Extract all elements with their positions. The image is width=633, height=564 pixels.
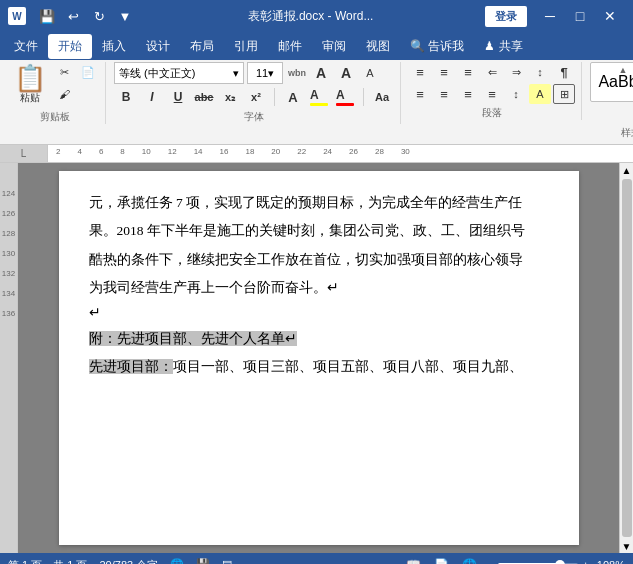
font-size-down-button[interactable]: A <box>359 62 381 84</box>
ribbon-group-font: 等线 (中文正文) ▾ 11 ▾ wbn A A A B I <box>108 62 401 124</box>
pin-button[interactable]: ▼ <box>114 5 136 27</box>
ruler-num-132: 132 <box>0 263 17 283</box>
ruler-corner: L <box>0 145 48 162</box>
menu-item-search[interactable]: 🔍 告诉我 <box>400 34 474 59</box>
title-bar-left: W 💾 ↩ ↻ ▼ <box>8 5 136 27</box>
superscript-button[interactable]: x² <box>244 86 268 108</box>
zoom-in-button[interactable]: + <box>582 559 588 564</box>
doc-line-2: 果。2018 年下半年是施工的关键时刻，集团公司党、政、工、团组织号 <box>89 219 549 243</box>
underline-button[interactable]: U <box>166 86 190 108</box>
ruler-num-128: 128 <box>0 223 17 243</box>
minimize-button[interactable]: ─ <box>535 0 565 32</box>
align-center-button[interactable]: ≡ <box>433 84 455 104</box>
paragraph-label: 段落 <box>482 106 502 120</box>
document-container: 124 126 128 130 132 134 136 元，承揽任务 7 项，实… <box>0 163 633 553</box>
bold-button[interactable]: B <box>114 86 138 108</box>
document-area[interactable]: 元，承揽任务 7 项，实现了既定的预期目标，为完成全年的经营生产任 果。2018… <box>18 163 619 553</box>
vertical-scrollbar[interactable]: ▲ ▼ <box>619 163 633 553</box>
shading-button[interactable]: A <box>529 84 551 104</box>
copy-button[interactable]: 📄 <box>77 62 99 82</box>
font-label: 字体 <box>244 110 264 124</box>
ruler-num-130: 130 <box>0 243 17 263</box>
ruler-num-136: 136 <box>0 303 17 323</box>
menu-item-share[interactable]: ♟ 共享 <box>474 34 532 59</box>
paste-icon: 📋 <box>14 65 46 91</box>
font-name-text: 等线 (中文正文) <box>119 66 195 81</box>
clipboard-label: 剪贴板 <box>40 110 70 124</box>
word-count: 20/783 个字 <box>99 558 158 565</box>
line-spacing-button[interactable]: ↕ <box>505 84 527 104</box>
doc-line-blank: ↵ <box>89 304 549 323</box>
paste-label: 粘贴 <box>20 91 40 105</box>
ruler-num-134: 134 <box>0 283 17 303</box>
cut-button[interactable]: ✂ <box>53 62 75 82</box>
menu-item-view[interactable]: 视图 <box>356 34 400 59</box>
track-changes-icon: ▤ <box>222 558 232 565</box>
font-size-wbn-icon: wbn <box>286 62 308 84</box>
status-bar: 第 1 页，共 1 页 20/783 个字 🌐 💾 ▤ 📖 📄 🌐 − + 10… <box>0 553 633 564</box>
vertical-ruler: 124 126 128 130 132 134 136 <box>0 163 18 553</box>
menu-item-references[interactable]: 引用 <box>224 34 268 59</box>
increase-indent-button[interactable]: ⇒ <box>505 62 527 82</box>
save-status-icon: 💾 <box>196 558 210 565</box>
bullets-button[interactable]: ≡ <box>409 62 431 82</box>
clear-format-button[interactable]: A <box>281 86 305 108</box>
strikethrough-button[interactable]: abc <box>192 86 216 108</box>
read-view-button[interactable]: 📖 <box>404 556 424 564</box>
font-color-button[interactable]: A <box>333 86 357 108</box>
print-view-button[interactable]: 📄 <box>432 556 452 564</box>
menu-item-layout[interactable]: 布局 <box>180 34 224 59</box>
format-painter-button[interactable]: 🖌 <box>53 84 75 104</box>
zoom-out-button[interactable]: − <box>488 559 494 564</box>
border-button[interactable]: ⊞ <box>553 84 575 104</box>
horizontal-ruler: 2 4 6 8 10 12 14 16 18 20 22 24 26 28 30 <box>48 145 633 162</box>
menu-bar: 文件 开始 插入 设计 布局 引用 邮件 审阅 视图 🔍 告诉我 ♟ 共享 <box>0 32 633 60</box>
case-button[interactable]: Aa <box>370 86 394 108</box>
italic-button[interactable]: I <box>140 86 164 108</box>
web-view-button[interactable]: 🌐 <box>460 556 480 564</box>
ribbon-expand-button[interactable]: ▲ <box>615 62 631 78</box>
scroll-thumb[interactable] <box>622 179 632 537</box>
save-button[interactable]: 💾 <box>36 5 58 27</box>
zoom-slider-thumb <box>555 560 565 564</box>
ribbon-group-paragraph: ≡ ≡ ≡ ⇐ ⇒ ↕ ¶ ≡ ≡ ≡ ≡ ↕ A ⊞ 段落 <box>403 62 582 120</box>
redo-button[interactable]: ↻ <box>88 5 110 27</box>
multilevel-button[interactable]: ≡ <box>457 62 479 82</box>
menu-item-design[interactable]: 设计 <box>136 34 180 59</box>
numbering-button[interactable]: ≡ <box>433 62 455 82</box>
justify-button[interactable]: ≡ <box>481 84 503 104</box>
doc-line-1: 元，承揽任务 7 项，实现了既定的预期目标，为完成全年的经营生产任 <box>89 191 549 215</box>
show-marks-button[interactable]: ¶ <box>553 62 575 82</box>
font-size-text: 11 <box>256 67 268 79</box>
align-right-button[interactable]: ≡ <box>457 84 479 104</box>
font-size-up-button[interactable]: A <box>335 62 357 84</box>
quick-access-toolbar: 💾 ↩ ↻ ▼ <box>36 5 136 27</box>
login-button[interactable]: 登录 <box>485 6 527 27</box>
undo-button[interactable]: ↩ <box>62 5 84 27</box>
font-name-dropdown[interactable]: 等线 (中文正文) ▾ <box>114 62 244 84</box>
scroll-down-button[interactable]: ▼ <box>621 539 633 553</box>
menu-item-file[interactable]: 文件 <box>4 34 48 59</box>
font-size-chevron: ▾ <box>268 67 274 80</box>
menu-item-insert[interactable]: 插入 <box>92 34 136 59</box>
font-size-dropdown[interactable]: 11 ▾ <box>247 62 283 84</box>
menu-item-review[interactable]: 审阅 <box>312 34 356 59</box>
status-left: 第 1 页，共 1 页 20/783 个字 🌐 💾 ▤ <box>8 558 404 565</box>
maximize-button[interactable]: □ <box>565 0 595 32</box>
menu-item-mailing[interactable]: 邮件 <box>268 34 312 59</box>
scroll-up-button[interactable]: ▲ <box>621 163 633 177</box>
ruler-area: L 2 4 6 8 10 12 14 16 18 20 22 24 26 <box>0 145 633 163</box>
ruler-num-124: 124 <box>0 183 17 203</box>
zoom-control[interactable]: − + <box>488 559 589 564</box>
paste-button[interactable]: 📋 粘贴 <box>10 62 50 108</box>
menu-item-home[interactable]: 开始 <box>48 34 92 59</box>
sort-button[interactable]: ↕ <box>529 62 551 82</box>
close-button[interactable]: ✕ <box>595 0 625 32</box>
text-highlight-button[interactable]: A <box>307 86 331 108</box>
font-name-chevron: ▾ <box>233 67 239 80</box>
word-app-icon: W <box>8 7 26 25</box>
subscript-button[interactable]: x₂ <box>218 86 242 108</box>
align-left-button[interactable]: ≡ <box>409 84 431 104</box>
ruler-num-126: 126 <box>0 203 17 223</box>
decrease-indent-button[interactable]: ⇐ <box>481 62 503 82</box>
